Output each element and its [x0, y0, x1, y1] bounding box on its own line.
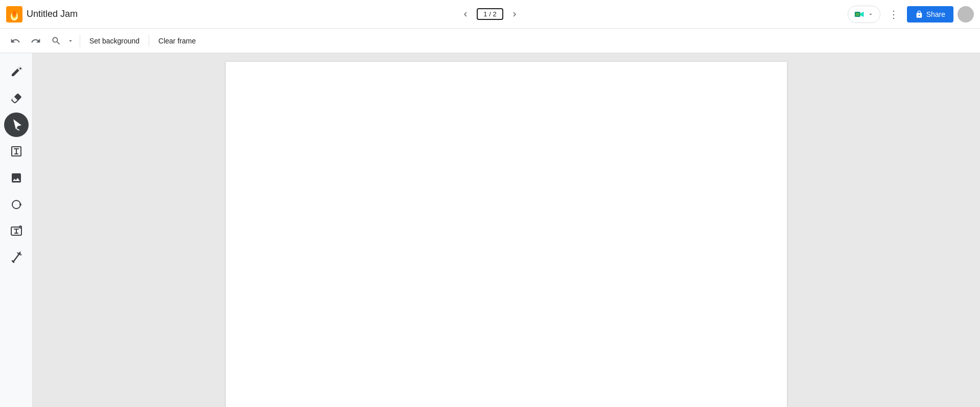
- canvas-area: [33, 53, 980, 407]
- pen-tool-button[interactable]: [4, 59, 29, 84]
- more-options-button[interactable]: ⋮: [884, 5, 903, 24]
- svg-point-16: [18, 253, 20, 255]
- toolbar-divider-2: [149, 35, 149, 47]
- toolbar-divider: [80, 35, 80, 47]
- svg-point-13: [19, 204, 21, 206]
- tools-sidebar: [0, 53, 33, 407]
- zoom-dropdown-button[interactable]: [65, 32, 76, 50]
- select-icon: [10, 119, 22, 131]
- zoom-button[interactable]: [47, 32, 65, 50]
- shape-icon: [10, 198, 22, 211]
- image-icon: [10, 172, 22, 184]
- undo-icon: [10, 36, 20, 46]
- svg-point-12: [12, 200, 20, 209]
- clear-frame-button[interactable]: Clear frame: [153, 32, 201, 50]
- text-box-icon: [10, 145, 22, 157]
- word-art-icon: [10, 225, 22, 237]
- eraser-icon: [10, 92, 22, 104]
- zoom-chevron-icon: [67, 37, 74, 44]
- word-art-tool-button[interactable]: [4, 219, 29, 243]
- zoom-group: [47, 32, 76, 50]
- eraser-tool-button[interactable]: [4, 86, 29, 110]
- image-tool-button[interactable]: [4, 166, 29, 190]
- redo-icon: [31, 36, 41, 46]
- page-indicator: 1 / 2: [477, 8, 503, 20]
- select-tool-button[interactable]: [4, 112, 29, 137]
- app-header: Untitled Jam 1 / 2 ⋮ Share: [0, 0, 980, 29]
- shape-tool-button[interactable]: [4, 192, 29, 217]
- share-label: Share: [926, 10, 945, 18]
- share-button[interactable]: Share: [907, 6, 953, 22]
- lock-icon: [915, 10, 923, 18]
- toolbar: Set background Clear frame: [0, 29, 980, 53]
- prev-page-button[interactable]: [456, 5, 475, 24]
- canvas[interactable]: [225, 61, 787, 407]
- svg-rect-7: [855, 12, 859, 16]
- set-background-button[interactable]: Set background: [84, 32, 145, 50]
- next-page-button[interactable]: [505, 5, 524, 24]
- header-right: ⋮ Share: [848, 5, 974, 24]
- main-area: [0, 53, 980, 407]
- undo-button[interactable]: [6, 32, 25, 50]
- header-center: 1 / 2: [456, 5, 524, 24]
- svg-point-10: [19, 67, 21, 70]
- pen-icon: [10, 65, 22, 78]
- jamboard-logo-icon: [6, 6, 22, 22]
- header-left: Untitled Jam: [6, 6, 78, 22]
- laser-icon: [10, 252, 22, 264]
- redo-button[interactable]: [27, 32, 45, 50]
- meet-icon: [854, 9, 865, 19]
- meet-button[interactable]: [848, 6, 880, 23]
- meet-dropdown-icon: [868, 11, 874, 17]
- svg-point-4: [13, 11, 16, 16]
- laser-pointer-button[interactable]: [4, 245, 29, 270]
- avatar[interactable]: [958, 6, 974, 22]
- more-icon: ⋮: [889, 8, 899, 20]
- text-box-tool-button[interactable]: [4, 139, 29, 164]
- zoom-icon: [51, 36, 61, 46]
- app-title: Untitled Jam: [27, 9, 78, 19]
